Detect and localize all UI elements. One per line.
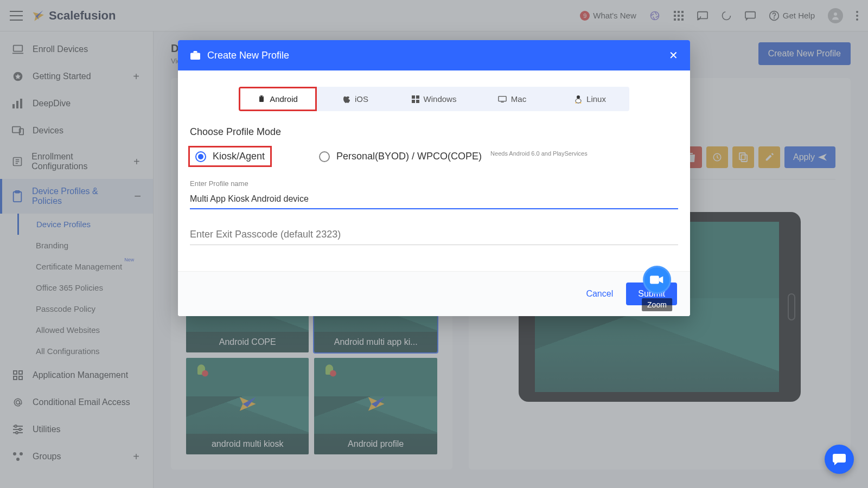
svg-point-54 bbox=[577, 95, 580, 99]
modal-title: Create New Profile bbox=[207, 50, 289, 61]
tab-mac[interactable]: Mac bbox=[473, 87, 551, 111]
windows-icon bbox=[412, 95, 419, 103]
svg-rect-49 bbox=[416, 95, 419, 99]
create-profile-modal: Create New Profile ✕ Android iOS Windows bbox=[178, 40, 690, 316]
radio-dot-icon bbox=[195, 151, 206, 162]
tab-label: iOS bbox=[355, 94, 368, 104]
close-icon[interactable]: ✕ bbox=[669, 49, 678, 62]
tab-linux[interactable]: Linux bbox=[551, 87, 629, 111]
profile-name-input[interactable] bbox=[190, 190, 678, 209]
tab-label: Android bbox=[270, 94, 298, 104]
radio-note: Needs Android 6.0 and PlayServices bbox=[490, 150, 588, 157]
zoom-app-shortcut: Zoom bbox=[642, 266, 672, 311]
svg-point-47 bbox=[262, 96, 263, 97]
tab-label: Linux bbox=[586, 94, 606, 104]
svg-rect-45 bbox=[190, 53, 200, 60]
svg-rect-50 bbox=[412, 100, 415, 103]
svg-point-46 bbox=[260, 96, 260, 97]
modal-overlay: Create New Profile ✕ Android iOS Windows bbox=[0, 0, 868, 488]
monitor-icon bbox=[498, 95, 507, 103]
tab-android[interactable]: Android bbox=[239, 87, 317, 111]
radio-label: Kiosk/Agent bbox=[213, 151, 265, 162]
svg-rect-51 bbox=[416, 100, 419, 103]
svg-point-53 bbox=[576, 99, 581, 103]
zoom-label: Zoom bbox=[642, 298, 672, 311]
profile-mode-heading: Choose Profile Mode bbox=[190, 126, 678, 138]
svg-rect-44 bbox=[650, 276, 659, 284]
svg-rect-48 bbox=[412, 95, 415, 99]
chat-fab-button[interactable] bbox=[825, 445, 854, 474]
radio-dot-icon bbox=[319, 151, 330, 162]
modal-header: Create New Profile ✕ bbox=[178, 40, 690, 70]
radio-label: Personal(BYOD) / WPCO(COPE) bbox=[336, 151, 482, 162]
tab-label: Mac bbox=[511, 94, 526, 104]
tab-ios[interactable]: iOS bbox=[317, 87, 395, 111]
radio-byod[interactable]: Personal(BYOD) / WPCO(COPE) Needs Androi… bbox=[314, 147, 593, 165]
platform-tabs: Android iOS Windows Mac Linux bbox=[239, 87, 629, 111]
apple-icon bbox=[343, 95, 350, 103]
linux-icon bbox=[575, 95, 582, 104]
tab-label: Windows bbox=[424, 94, 457, 104]
tab-windows[interactable]: Windows bbox=[395, 87, 473, 111]
svg-rect-52 bbox=[499, 96, 506, 101]
cancel-button[interactable]: Cancel bbox=[586, 289, 613, 299]
exit-passcode-input[interactable] bbox=[190, 224, 678, 245]
radio-kiosk-agent[interactable]: Kiosk/Agent bbox=[190, 147, 270, 165]
briefcase-icon bbox=[190, 50, 201, 60]
modal-footer: Cancel Submit bbox=[178, 271, 690, 316]
video-camera-icon bbox=[643, 266, 671, 294]
chat-bubble-icon bbox=[832, 453, 846, 466]
android-icon bbox=[258, 95, 265, 104]
profile-mode-radios: Kiosk/Agent Personal(BYOD) / WPCO(COPE) … bbox=[190, 147, 678, 165]
profile-name-label: Enter Profile name bbox=[190, 179, 678, 188]
